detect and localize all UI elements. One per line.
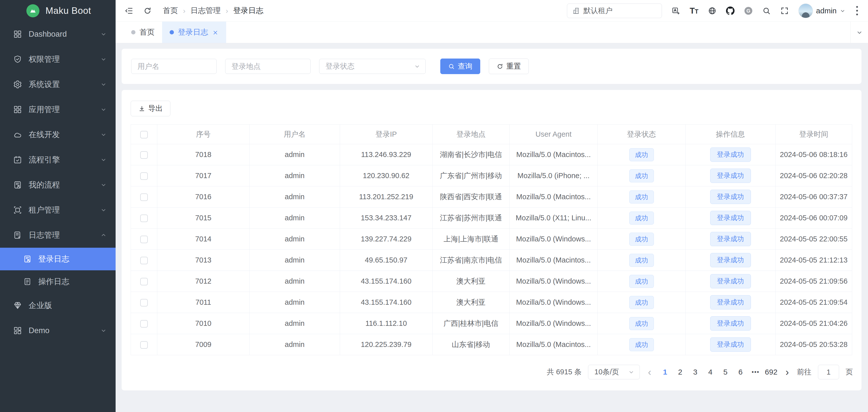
table-row: 7011admin43.155.174.160澳大利亚Mozilla/5.0 (… bbox=[131, 292, 852, 313]
cell-id: 7016 bbox=[157, 186, 250, 208]
cell-checkbox bbox=[131, 208, 157, 229]
row-checkbox[interactable] bbox=[140, 235, 148, 243]
operation-tag[interactable]: 登录成功 bbox=[710, 338, 751, 352]
sidebar-item-operation-log[interactable]: 操作日志 bbox=[0, 270, 116, 293]
page-button-5[interactable]: 5 bbox=[720, 368, 731, 376]
breadcrumb-item[interactable]: 日志管理 bbox=[190, 5, 221, 16]
operation-tag[interactable]: 登录成功 bbox=[710, 232, 751, 246]
gitee-icon[interactable]: G bbox=[744, 6, 753, 15]
status-select[interactable]: 登录状态 bbox=[319, 59, 426, 74]
sidebar-item-workflow-engine[interactable]: 流程引擎 bbox=[0, 147, 116, 172]
select-all-checkbox[interactable] bbox=[140, 131, 148, 138]
sidebar-item-log-management[interactable]: 日志管理 bbox=[0, 223, 116, 248]
gear-icon bbox=[13, 80, 22, 89]
row-checkbox[interactable] bbox=[140, 320, 148, 327]
chevron-down-icon bbox=[100, 157, 106, 163]
operation-tag[interactable]: 登录成功 bbox=[710, 295, 751, 310]
operation-tag[interactable]: 登录成功 bbox=[710, 274, 751, 288]
sidebar-item-label: 流程引擎 bbox=[29, 155, 100, 165]
row-checkbox[interactable] bbox=[140, 278, 148, 285]
tenant-select[interactable]: 默认租户 bbox=[567, 3, 662, 18]
github-icon[interactable] bbox=[726, 6, 735, 15]
tab-close-icon[interactable] bbox=[212, 29, 219, 36]
sidebar-item-tenant-management[interactable]: 租户管理 bbox=[0, 197, 116, 223]
cell-ip: 43.155.174.160 bbox=[340, 292, 433, 313]
page-button-4[interactable]: 4 bbox=[705, 368, 716, 376]
page-button-6[interactable]: 6 bbox=[735, 368, 746, 376]
operation-tag[interactable]: 登录成功 bbox=[710, 316, 751, 330]
tab-active[interactable]: 登录日志 bbox=[162, 22, 226, 43]
fullscreen-icon[interactable] bbox=[780, 6, 789, 15]
sidebar-item-system-settings[interactable]: 系统设置 bbox=[0, 72, 116, 97]
row-checkbox[interactable] bbox=[140, 172, 148, 180]
download-icon bbox=[138, 105, 145, 112]
cell-id: 7009 bbox=[157, 334, 250, 355]
table-card: 导出 序号用户名登录IP登录地点User Agent登录状态操作信息登录时间 7… bbox=[122, 90, 862, 390]
chevron-down-icon bbox=[100, 82, 106, 88]
goto-page-input[interactable] bbox=[818, 365, 839, 379]
goto-label: 前往 bbox=[797, 367, 811, 377]
cell-status: 成功 bbox=[598, 229, 686, 250]
calendar-check-icon bbox=[13, 155, 22, 164]
sidebar-item-permissions[interactable]: 权限管理 bbox=[0, 47, 116, 72]
column-header: 登录IP bbox=[340, 125, 433, 144]
refresh-icon[interactable] bbox=[143, 6, 152, 15]
grid2-icon bbox=[13, 326, 22, 335]
prev-page-button[interactable]: ‹ bbox=[646, 367, 653, 377]
operation-tag[interactable]: 登录成功 bbox=[710, 253, 751, 267]
sidebar-item-dashboard[interactable]: Dashboard bbox=[0, 22, 116, 47]
font-size-icon[interactable]: TT bbox=[689, 6, 699, 15]
table-row: 7013admin49.65.150.97江苏省|南京市|电信Mozilla/5… bbox=[131, 250, 852, 271]
sidebar-item-my-workflows[interactable]: 我的流程 bbox=[0, 172, 116, 197]
more-options-icon[interactable] bbox=[855, 5, 859, 16]
cell-id: 7010 bbox=[157, 313, 250, 334]
page-button-3[interactable]: 3 bbox=[689, 368, 701, 376]
operation-tag[interactable]: 登录成功 bbox=[710, 211, 751, 225]
search-button[interactable]: 查询 bbox=[440, 59, 480, 74]
cell-operation: 登录成功 bbox=[686, 165, 776, 186]
sidebar-item-enterprise[interactable]: 企业版 bbox=[0, 293, 116, 318]
operation-tag[interactable]: 登录成功 bbox=[710, 168, 751, 183]
doc-user-icon bbox=[13, 180, 22, 189]
export-button[interactable]: 导出 bbox=[131, 101, 170, 116]
sidebar-item-online-dev[interactable]: 在线开发 bbox=[0, 122, 116, 147]
row-checkbox[interactable] bbox=[140, 299, 148, 307]
next-page-button[interactable]: › bbox=[784, 367, 790, 377]
chevron-down-icon bbox=[840, 8, 846, 14]
sidebar-fold-icon[interactable] bbox=[125, 6, 133, 15]
sidebar-item-demo[interactable]: Demo bbox=[0, 318, 116, 343]
row-checkbox[interactable] bbox=[140, 257, 148, 264]
cell-operation: 登录成功 bbox=[686, 186, 776, 208]
sidebar-item-app-management[interactable]: 应用管理 bbox=[0, 97, 116, 122]
tab-list-chevron-icon[interactable] bbox=[850, 22, 868, 43]
page-ellipsis[interactable]: ••• bbox=[750, 369, 762, 376]
sidebar-item-login-log[interactable]: 登录日志 bbox=[0, 248, 116, 270]
username-input[interactable] bbox=[131, 59, 217, 74]
operation-tag[interactable]: 登录成功 bbox=[710, 148, 751, 162]
translate-icon[interactable] bbox=[672, 6, 680, 15]
globe-icon[interactable] bbox=[708, 6, 716, 15]
row-checkbox[interactable] bbox=[140, 193, 148, 201]
reset-button[interactable]: 重置 bbox=[489, 59, 529, 74]
cell-user-agent: Mozilla/5.0 (Windows... bbox=[509, 271, 598, 292]
row-checkbox[interactable] bbox=[140, 151, 148, 159]
cell-operation: 登录成功 bbox=[686, 250, 776, 271]
location-input[interactable] bbox=[225, 59, 311, 74]
avatar[interactable] bbox=[798, 3, 813, 18]
page-button-1[interactable]: 1 bbox=[659, 368, 671, 376]
sidebar-item-label: 日志管理 bbox=[29, 230, 100, 241]
sidebar-item-label: 系统设置 bbox=[29, 79, 100, 90]
magnifier-icon bbox=[448, 63, 455, 70]
search-icon[interactable] bbox=[762, 6, 771, 15]
row-checkbox[interactable] bbox=[140, 341, 148, 349]
operation-tag[interactable]: 登录成功 bbox=[710, 190, 751, 204]
tab-item[interactable]: 首页 bbox=[124, 22, 162, 43]
breadcrumb-item[interactable]: 首页 bbox=[163, 5, 178, 16]
cell-username: admin bbox=[250, 186, 340, 208]
row-checkbox[interactable] bbox=[140, 215, 148, 222]
page-button-2[interactable]: 2 bbox=[675, 368, 686, 376]
cell-checkbox bbox=[131, 313, 157, 334]
user-menu[interactable]: admin bbox=[798, 3, 846, 18]
page-size-select[interactable]: 10条/页 bbox=[588, 365, 640, 379]
page-button-692[interactable]: 692 bbox=[765, 368, 778, 376]
